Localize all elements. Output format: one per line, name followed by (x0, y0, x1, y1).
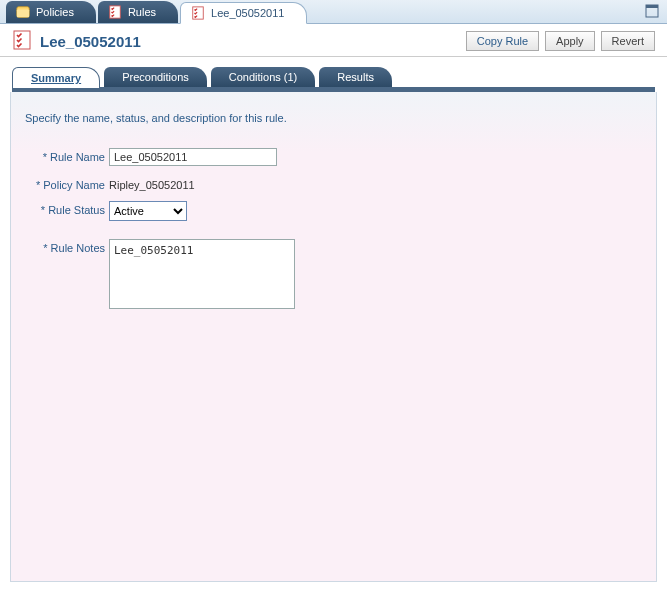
tab-summary[interactable]: Summary (12, 67, 100, 88)
outer-tab-rules-label: Rules (128, 6, 156, 18)
copy-rule-button[interactable]: Copy Rule (466, 31, 539, 51)
toolbar-left: Lee_05052011 (12, 30, 141, 52)
rules-icon (108, 5, 122, 19)
label-rule-name: * Rule Name (25, 148, 109, 163)
rule-name-input[interactable] (109, 148, 277, 166)
svg-rect-1 (17, 9, 29, 17)
row-rule-notes: * Rule Notes (25, 239, 642, 311)
outer-tab-rules[interactable]: Rules (98, 1, 178, 23)
field-rule-name (109, 148, 277, 166)
toolbar-right: Copy Rule Apply Revert (466, 31, 655, 51)
label-policy-name: * Policy Name (25, 176, 109, 191)
svg-rect-3 (193, 7, 204, 19)
tab-conditions[interactable]: Conditions (1) (211, 67, 315, 87)
maximize-icon[interactable] (645, 4, 659, 18)
rule-notes-textarea[interactable] (109, 239, 295, 309)
policy-name-value: Ripley_05052011 (109, 176, 195, 191)
label-rule-notes: * Rule Notes (25, 239, 109, 254)
rule-status-select[interactable]: Active (109, 201, 187, 221)
inner-tab-bar: Summary Preconditions Conditions (1) Res… (12, 67, 655, 92)
tab-results[interactable]: Results (319, 67, 392, 87)
outer-tab-policies[interactable]: Policies (6, 1, 96, 23)
svg-rect-2 (110, 6, 121, 18)
apply-button[interactable]: Apply (545, 31, 595, 51)
row-policy-name: * Policy Name Ripley_05052011 (25, 176, 642, 191)
row-rule-name: * Rule Name (25, 148, 642, 166)
outer-tab-bar: Policies Rules Lee_05052011 (0, 0, 667, 24)
toolbar: Lee_05052011 Copy Rule Apply Revert (0, 24, 667, 57)
row-rule-status: * Rule Status Active (25, 201, 642, 221)
page-title: Lee_05052011 (40, 33, 141, 50)
field-rule-status: Active (109, 201, 187, 221)
content-panel: Specify the name, status, and descriptio… (10, 92, 657, 582)
rule-icon (12, 30, 32, 52)
field-rule-notes (109, 239, 295, 311)
label-rule-status: * Rule Status (25, 201, 109, 216)
svg-rect-6 (14, 31, 30, 49)
policies-icon (16, 5, 30, 19)
tab-preconditions[interactable]: Preconditions (104, 67, 207, 87)
outer-tab-current-label: Lee_05052011 (211, 7, 284, 19)
outer-tab-current[interactable]: Lee_05052011 (180, 2, 307, 24)
outer-tab-policies-label: Policies (36, 6, 74, 18)
revert-button[interactable]: Revert (601, 31, 655, 51)
rule-doc-icon (191, 6, 205, 20)
intro-text: Specify the name, status, and descriptio… (25, 112, 642, 124)
svg-rect-5 (646, 5, 658, 8)
